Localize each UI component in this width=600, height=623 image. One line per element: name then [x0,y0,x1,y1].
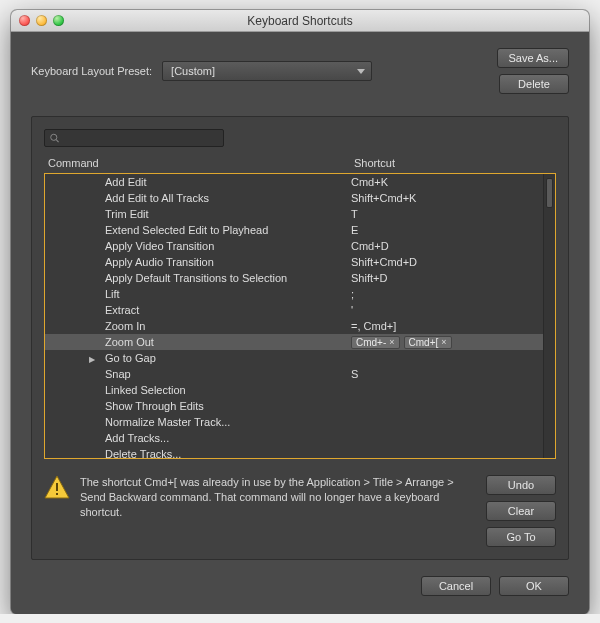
command-label: Zoom In [49,320,345,332]
table-row[interactable]: Delete Tracks... [45,446,555,459]
remove-icon[interactable]: × [441,337,446,347]
preset-row: Keyboard Layout Preset: [Custom] Save As… [31,48,569,94]
scroll-thumb[interactable] [546,178,553,208]
table-row[interactable]: Extract' [45,302,555,318]
chevron-down-icon [357,69,365,74]
command-label: Normalize Master Track... [49,416,345,428]
svg-point-0 [51,134,57,140]
svg-line-1 [56,140,58,142]
top-right-buttons: Save As... Delete [497,48,569,94]
table-row[interactable]: Extend Selected Edit to PlayheadE [45,222,555,238]
table-row[interactable]: Normalize Master Track... [45,414,555,430]
warning-footer: The shortcut Cmd+[ was already in use by… [44,475,556,547]
search-icon [49,132,60,144]
shortcut-chip[interactable]: Cmd+[× [404,336,452,349]
command-label: Zoom Out [49,336,345,348]
shortcut-value: E [345,224,555,236]
table-row[interactable]: Add Tracks... [45,430,555,446]
window-title: Keyboard Shortcuts [11,14,589,28]
shortcut-chip[interactable]: Cmd+-× [351,336,400,349]
table-headers: Command Shortcut [44,157,556,173]
table-rows: Add EditCmd+KAdd Edit to All TracksShift… [45,174,555,459]
table-row[interactable]: Show Through Edits [45,398,555,414]
shortcut-value: S [345,368,555,380]
table-row[interactable]: Zoom In=, Cmd+] [45,318,555,334]
svg-rect-4 [56,493,58,495]
table-row[interactable]: Trim EditT [45,206,555,222]
command-label: Apply Video Transition [49,240,345,252]
delete-button[interactable]: Delete [499,74,569,94]
table-row[interactable]: Lift; [45,286,555,302]
titlebar: Keyboard Shortcuts [11,10,589,32]
table-row[interactable]: Apply Video TransitionCmd+D [45,238,555,254]
table-row[interactable]: Add Edit to All TracksShift+Cmd+K [45,190,555,206]
undo-button[interactable]: Undo [486,475,556,495]
shortcut-value: Cmd+-×Cmd+[× [345,336,555,349]
header-shortcut: Shortcut [348,157,552,169]
command-label: Extend Selected Edit to Playhead [49,224,345,236]
command-label: Show Through Edits [49,400,345,412]
shortcut-value: Shift+D [345,272,555,284]
dialog-content: Keyboard Layout Preset: [Custom] Save As… [11,32,589,614]
shortcut-panel: Command Shortcut Add EditCmd+KAdd Edit t… [31,116,569,560]
goto-button[interactable]: Go To [486,527,556,547]
command-label: Linked Selection [49,384,345,396]
search-field[interactable] [64,132,219,144]
shortcut-value: Shift+Cmd+K [345,192,555,204]
shortcut-value: Shift+Cmd+D [345,256,555,268]
command-label: Extract [49,304,345,316]
table-row[interactable]: SnapS [45,366,555,382]
ok-button[interactable]: OK [499,576,569,596]
command-label: Add Edit to All Tracks [49,192,345,204]
warning-text: The shortcut Cmd+[ was already in use by… [80,475,476,520]
table-row[interactable]: Zoom OutCmd+-×Cmd+[× [45,334,555,350]
command-label: Add Tracks... [49,432,345,444]
clear-button[interactable]: Clear [486,501,556,521]
command-label: Apply Audio Transition [49,256,345,268]
command-label: Delete Tracks... [49,448,345,459]
table-row[interactable]: Apply Audio TransitionShift+Cmd+D [45,254,555,270]
search-input[interactable] [44,129,224,147]
shortcut-value: ; [345,288,555,300]
cancel-button[interactable]: Cancel [421,576,491,596]
preset-dropdown[interactable]: [Custom] [162,61,372,81]
command-label: Lift [49,288,345,300]
keyboard-shortcuts-window: Keyboard Shortcuts Keyboard Layout Prese… [11,10,589,614]
table-row[interactable]: Apply Default Transitions to SelectionSh… [45,270,555,286]
table-row[interactable]: Add EditCmd+K [45,174,555,190]
preset-label: Keyboard Layout Preset: [31,65,152,77]
command-label: Trim Edit [49,208,345,220]
shortcut-value: ' [345,304,555,316]
command-label: Add Edit [49,176,345,188]
shortcut-value: Cmd+D [345,240,555,252]
table-row[interactable]: Linked Selection [45,382,555,398]
remove-icon[interactable]: × [389,337,394,347]
svg-rect-3 [56,483,58,491]
shortcut-value: Cmd+K [345,176,555,188]
command-label: ▶Go to Gap [49,352,345,364]
header-command: Command [48,157,348,169]
preset-value: [Custom] [171,65,215,77]
save-as-button[interactable]: Save As... [497,48,569,68]
warning-icon [44,475,70,499]
footer-buttons: Undo Clear Go To [486,475,556,547]
shortcut-value: =, Cmd+] [345,320,555,332]
shortcut-table: Add EditCmd+KAdd Edit to All TracksShift… [44,173,556,459]
disclosure-arrow-icon[interactable]: ▶ [89,355,95,364]
table-row[interactable]: ▶Go to Gap [45,350,555,366]
shortcut-value: T [345,208,555,220]
command-label: Apply Default Transitions to Selection [49,272,345,284]
bottom-buttons: Cancel OK [31,576,569,596]
command-label: Snap [49,368,345,380]
scrollbar[interactable] [543,174,555,458]
